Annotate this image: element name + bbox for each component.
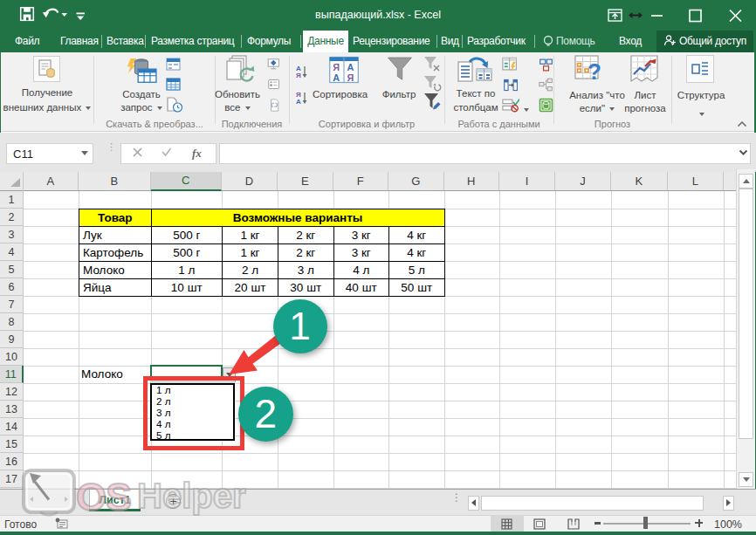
svg-text:?: ? — [588, 58, 601, 83]
svg-text:Я: Я — [333, 62, 340, 72]
svg-text:Я: Я — [296, 72, 301, 78]
svg-text:А: А — [296, 98, 301, 104]
svg-text:А: А — [347, 62, 354, 72]
svg-text:fx: fx — [192, 147, 202, 160]
svg-text:Я: Я — [347, 72, 354, 83]
svg-text:OS: OS — [76, 475, 131, 519]
svg-text:Helper: Helper — [137, 477, 246, 515]
svg-text:А: А — [333, 72, 340, 83]
